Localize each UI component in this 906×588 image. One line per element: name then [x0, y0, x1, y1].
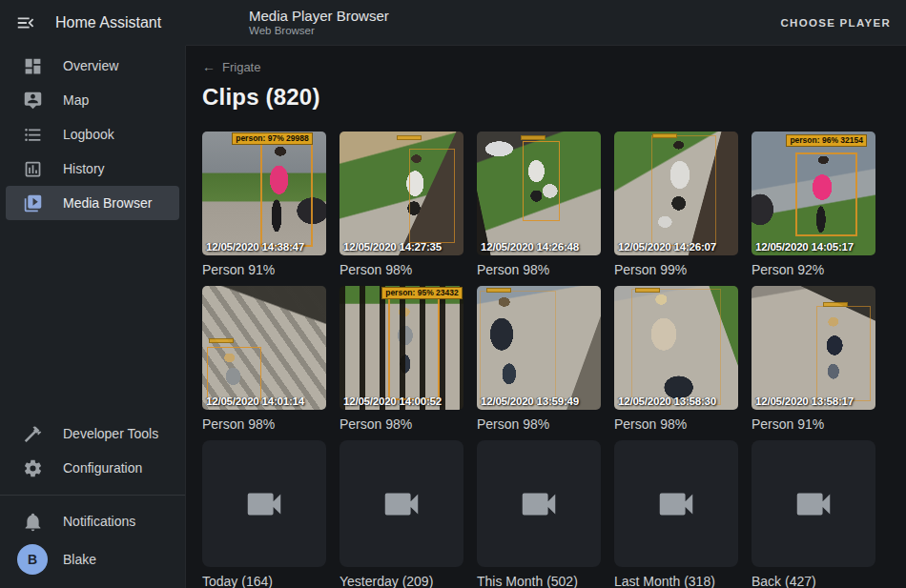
sidebar-item-media-browser[interactable]: Media Browser: [6, 186, 179, 220]
choose-player-button[interactable]: CHOOSE PLAYER: [780, 17, 891, 29]
folder-thumbnail[interactable]: [614, 440, 738, 567]
detection-strip: [652, 133, 677, 138]
clip-timestamp: 12/05/2020 14:26:48: [481, 241, 579, 253]
user-name: Blake: [63, 552, 96, 567]
folder-label: Last Month (318): [614, 574, 738, 588]
clip-caption: Person 98%: [340, 416, 463, 432]
clip-card: 12/05/2020 14:27:35 Person 98%: [340, 132, 463, 277]
clip-caption: Person 99%: [614, 262, 738, 277]
format-list-bulleted-icon: [21, 123, 44, 146]
play-box-multiple-icon: [21, 192, 44, 214]
clip-thumbnail[interactable]: 12/05/2020 13:58:17: [752, 286, 875, 410]
sidebar-item-logbook[interactable]: Logbook: [6, 117, 179, 152]
sidebar-item-label: History: [63, 161, 105, 176]
clip-timestamp: 12/05/2020 13:59:49: [481, 395, 579, 407]
clip-timestamp: 12/05/2020 13:58:30: [618, 395, 716, 407]
folder-thumbnail[interactable]: [340, 440, 463, 567]
detection-bounding-box: [651, 135, 716, 246]
media-browser-content: ← Frigate Clips (820) person: 97% 29988 …: [187, 46, 906, 588]
clip-card: person: 96% 32154 12/05/2020 14:05:17 Pe…: [752, 132, 875, 277]
video-camera-icon: [242, 482, 286, 526]
detection-strip: [635, 288, 660, 293]
clip-thumbnail[interactable]: 12/05/2020 14:26:48: [477, 132, 601, 255]
chart-box-icon: [21, 157, 44, 180]
sidebar-item-map[interactable]: Map: [6, 83, 179, 117]
sidebar-item-configuration[interactable]: Configuration: [6, 451, 179, 485]
folder-label: Back (427): [752, 574, 875, 588]
sidebar-item-label: Developer Tools: [63, 426, 158, 441]
clips-grid: person: 97% 29988 12/05/2020 14:38:47 Pe…: [202, 132, 906, 588]
sidebar-item-overview[interactable]: Overview: [6, 49, 179, 83]
sidebar-item-developer-tools[interactable]: Developer Tools: [6, 416, 179, 451]
clip-caption: Person 98%: [202, 416, 326, 432]
page-title: Clips (820): [202, 84, 906, 111]
sidebar-divider: [0, 495, 185, 496]
clip-timestamp: 12/05/2020 13:58:17: [755, 395, 854, 407]
clip-thumbnail[interactable]: person: 97% 29988 12/05/2020 14:38:47: [202, 132, 326, 255]
folder-card-this-month: This Month (502): [477, 440, 601, 588]
sidebar-item-label: Overview: [63, 58, 118, 73]
clip-timestamp: 12/05/2020 14:27:35: [343, 241, 442, 253]
detection-bounding-box: [207, 347, 261, 401]
folder-thumbnail[interactable]: [477, 440, 601, 567]
folder-label: Today (164): [202, 574, 326, 588]
hammer-icon: [21, 422, 44, 445]
clip-thumbnail[interactable]: 12/05/2020 13:59:49: [477, 286, 601, 410]
clip-card: 12/05/2020 14:01:14 Person 98%: [202, 286, 326, 432]
tooltip-account-icon: [21, 89, 44, 112]
video-camera-icon: [380, 482, 423, 526]
clip-timestamp: 12/05/2020 14:26:07: [618, 241, 716, 253]
video-camera-icon: [792, 482, 835, 526]
clip-thumbnail[interactable]: 12/05/2020 14:27:35: [340, 132, 463, 255]
clip-card: 12/05/2020 13:58:30 Person 98%: [614, 286, 738, 432]
clip-card: person: 97% 29988 12/05/2020 14:38:47 Pe…: [202, 132, 326, 277]
sidebar-spacer: [0, 220, 185, 416]
folder-thumbnail[interactable]: [752, 440, 875, 567]
folder-thumbnail[interactable]: [202, 440, 326, 567]
sidebar-item-label: Media Browser: [63, 195, 152, 211]
clip-card: 12/05/2020 14:26:48 Person 98%: [477, 132, 601, 277]
clip-caption: Person 91%: [202, 262, 326, 277]
sidebar-toggle-button[interactable]: [13, 10, 38, 35]
home-assistant-app: Home Assistant Media Player Browser Web …: [0, 0, 906, 588]
detection-bounding-box: [480, 291, 557, 405]
breadcrumb-label: Frigate: [222, 60, 260, 74]
sidebar-item-history[interactable]: History: [6, 152, 179, 186]
clip-caption: Person 91%: [752, 416, 875, 432]
detection-bounding-box: [816, 306, 871, 401]
clip-thumbnail[interactable]: person: 95% 23432 12/05/2020 14:00:52: [340, 286, 463, 410]
folder-card-yesterday: Yesterday (209): [340, 440, 463, 588]
sidebar-item-label: Logbook: [63, 127, 114, 142]
sidebar-header: Home Assistant: [0, 0, 186, 46]
clip-timestamp: 12/05/2020 14:01:14: [206, 395, 304, 407]
detection-label: person: 95% 23432: [381, 287, 463, 299]
app-title: Home Assistant: [55, 14, 161, 31]
menu-open-icon: [15, 12, 36, 33]
clip-caption: Person 98%: [477, 262, 601, 277]
folder-card-back: Back (427): [752, 440, 875, 588]
detection-bounding-box: [409, 149, 455, 243]
clip-card: 12/05/2020 13:59:49 Person 98%: [477, 286, 601, 432]
clip-caption: Person 98%: [614, 416, 738, 432]
header-subtitle: Web Browser: [249, 25, 389, 37]
clip-card: 12/05/2020 13:58:17 Person 91%: [752, 286, 875, 432]
detection-bounding-box: [260, 138, 313, 247]
bell-icon: [21, 510, 44, 533]
sidebar: Overview Map Logbook History Media Brows…: [0, 46, 186, 588]
sidebar-user-profile[interactable]: B Blake: [6, 538, 179, 580]
breadcrumb-back[interactable]: ← Frigate: [202, 59, 260, 74]
detection-strip: [397, 135, 422, 140]
detection-strip: [521, 135, 546, 140]
clip-thumbnail[interactable]: 12/05/2020 14:26:07: [614, 132, 738, 255]
detection-bounding-box: [523, 141, 560, 220]
clip-caption: Person 98%: [477, 416, 601, 432]
clip-thumbnail[interactable]: person: 96% 32154 12/05/2020 14:05:17: [752, 132, 875, 255]
sidebar-item-notifications[interactable]: Notifications: [6, 504, 179, 538]
clip-thumbnail[interactable]: 12/05/2020 14:01:14: [202, 286, 326, 410]
detection-strip: [486, 288, 511, 293]
folder-card-today: Today (164): [202, 440, 326, 588]
clip-caption: Person 92%: [752, 262, 875, 277]
detection-label: person: 96% 32154: [786, 134, 867, 147]
clip-thumbnail[interactable]: 12/05/2020 13:58:30: [614, 286, 738, 410]
folder-label: Yesterday (209): [340, 574, 463, 588]
